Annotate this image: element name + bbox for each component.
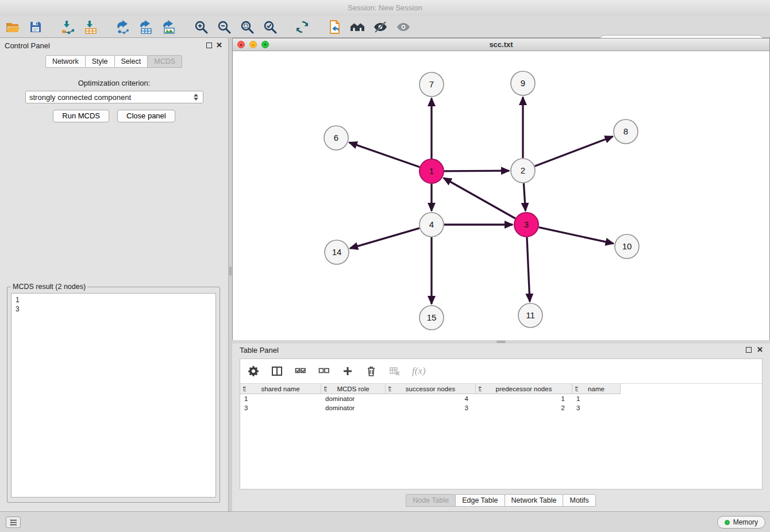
svg-text:7: 7 [429,79,434,89]
node-14[interactable]: 14 [325,240,349,264]
zoom-selected-icon[interactable] [262,19,278,35]
zoom-in-icon[interactable] [193,19,209,35]
close-window-icon[interactable] [237,41,245,48]
column-header-predecessor-nodes[interactable]: predecessor nodes [476,384,572,394]
select-all-columns-icon[interactable] [294,365,307,377]
maximize-window-icon[interactable] [261,41,269,48]
svg-text:1: 1 [429,166,434,176]
toolbar-group [115,19,177,35]
edge-3-11[interactable] [527,237,530,302]
close-table-panel-icon[interactable]: ✕ [757,345,763,354]
table-cell: 3 [240,403,321,413]
show-graphics-details-icon[interactable] [395,19,411,35]
node-1[interactable]: 1 [419,159,444,183]
column-header-shared-name[interactable]: shared name [240,384,321,394]
network-canvas[interactable]: 7968124314101511 [233,51,769,340]
tab-network-table[interactable]: Network Table [505,494,564,507]
open-file-icon[interactable] [5,19,21,35]
hide-graphics-details-icon[interactable] [372,19,388,35]
edge-3-10[interactable] [538,228,613,244]
delete-column-icon[interactable] [365,365,378,377]
column-header-label: name [588,385,605,392]
close-panel-icon[interactable]: ✕ [216,41,222,49]
edge-2-3[interactable] [523,183,525,211]
column-tree-icon [478,386,484,392]
table-cell: 1 [476,394,572,403]
copy-current-view-icon[interactable] [326,19,342,35]
toolbar-group [60,19,99,35]
table-row[interactable]: 3dominator323 [240,403,762,413]
tab-node-table[interactable]: Node Table [406,494,456,507]
column-header-name[interactable]: name [572,384,621,394]
import-network-from-file-icon[interactable] [60,19,76,35]
show-column-icon[interactable] [271,365,283,377]
edge-1-6[interactable] [349,142,420,167]
memory-button[interactable]: Memory [717,516,765,529]
svg-text:6: 6 [334,133,338,142]
import-table-from-file-icon[interactable] [83,19,99,35]
tab-mcds[interactable]: MCDS [147,55,182,68]
delete-table-icon [388,365,401,377]
mcds-result-group: MCDS result (2 nodes) 1 3 [7,283,220,503]
node-4[interactable]: 4 [419,213,444,237]
table-body: 1dominator4113dominator323 [240,394,762,413]
table-cell: dominator [321,394,386,403]
node-6[interactable]: 6 [324,126,348,150]
export-image-icon[interactable] [161,19,177,35]
table-row[interactable]: 1dominator411 [240,394,762,403]
status-menu-button[interactable] [6,516,21,528]
table-panel-tabs: Node TableEdge TableNetwork TableMotifs [232,494,770,507]
export-network-icon[interactable] [115,19,131,35]
edge-4-14[interactable] [350,228,419,248]
float-panel-icon[interactable] [206,43,212,48]
tab-motifs[interactable]: Motifs [563,494,595,507]
toolbar-group [193,19,278,35]
export-table-icon[interactable] [138,19,154,35]
window-titlebar: Session: New Session [0,0,770,16]
node-15[interactable]: 15 [419,306,444,330]
column-header-MCDS-role[interactable]: MCDS role [321,384,386,394]
run-mcds-button[interactable]: Run MCDS [53,110,109,122]
control-panel: Control Panel ✕ NetworkStyleSelectMCDS O… [0,38,229,511]
edge-2-8[interactable] [535,137,613,167]
node-11[interactable]: 11 [518,303,542,327]
splitter-handle[interactable] [229,267,232,276]
splitter-handle[interactable] [496,341,506,343]
edge-3-1[interactable] [444,178,515,218]
tab-style[interactable]: Style [85,55,115,68]
save-session-icon[interactable] [28,19,44,35]
node-3[interactable]: 3 [514,213,538,237]
tab-network[interactable]: Network [45,55,86,68]
node-7[interactable]: 7 [419,72,444,97]
node-2[interactable]: 2 [511,159,535,183]
tab-select[interactable]: Select [114,55,148,68]
mcds-result-text[interactable]: 1 3 [11,293,216,498]
function-builder-icon: f(x) [412,365,426,377]
node-9[interactable]: 9 [511,71,535,95]
table-settings-icon[interactable] [247,365,260,377]
minimize-window-icon[interactable] [249,41,257,48]
criterion-dropdown[interactable]: strongly connected component [25,91,203,103]
column-header-successor-nodes[interactable]: successor nodes [386,384,476,394]
refresh-icon[interactable] [294,19,310,35]
table-cell: dominator [321,403,386,413]
tab-edge-table[interactable]: Edge Table [455,494,505,507]
float-table-panel-icon[interactable] [746,347,752,353]
node-10[interactable]: 10 [615,234,639,259]
status-bar: Memory [0,511,770,532]
main-area: Control Panel ✕ NetworkStyleSelectMCDS O… [0,38,770,511]
criterion-dropdown-value: strongly connected component [29,93,131,102]
network-window-titlebar: scc.txt [233,38,769,51]
table-cell: 1 [572,394,621,403]
svg-text:4: 4 [429,219,434,229]
zoom-out-icon[interactable] [216,19,232,35]
create-column-icon[interactable] [341,365,354,377]
column-header-label: shared name [261,385,299,392]
unselect-all-columns-icon[interactable] [318,365,330,377]
node-8[interactable]: 8 [614,119,638,144]
network-overview-icon[interactable] [349,19,365,35]
close-panel-button[interactable]: Close panel [117,110,175,122]
hamburger-icon [10,519,17,526]
edge-1-2[interactable] [444,171,509,171]
zoom-fit-icon[interactable] [239,19,255,35]
